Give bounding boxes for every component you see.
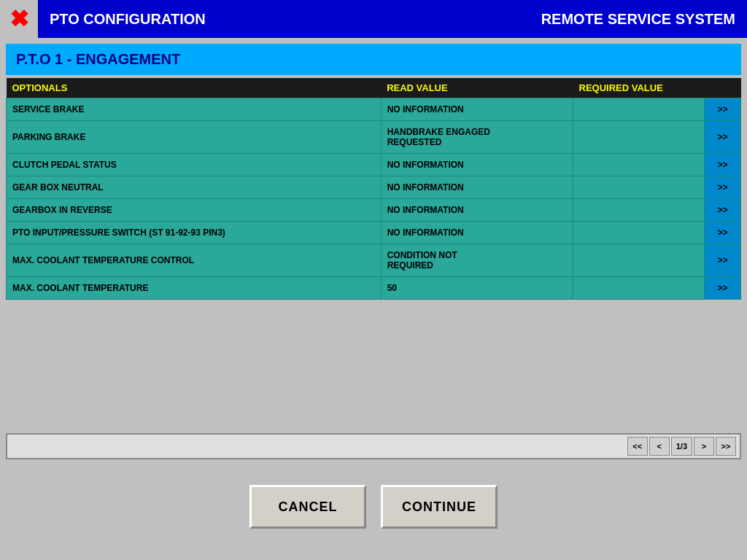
cell-read-value: NO INFORMATION [381, 154, 573, 176]
table-row: PARKING BRAKEHANDBRAKE ENGAGEDREQUESTED>… [7, 121, 741, 154]
cell-required-value [573, 98, 705, 121]
cell-required-value [573, 176, 705, 199]
close-button[interactable]: ✖ [0, 0, 38, 38]
cell-optionals: PTO INPUT/PRESSURE SWITCH (ST 91-92-93 P… [7, 222, 382, 244]
close-icon: ✖ [9, 7, 29, 31]
cell-action-button[interactable]: >> [705, 176, 741, 199]
cell-action-button[interactable]: >> [705, 121, 741, 154]
cell-read-value: HANDBRAKE ENGAGEDREQUESTED [381, 121, 573, 154]
cell-action-button[interactable]: >> [705, 154, 741, 176]
next-page-button[interactable]: > [694, 437, 714, 456]
remote-system-label: REMOTE SERVICE SYSTEM [541, 11, 747, 28]
page-title: PTO CONFIGURATION [38, 11, 541, 28]
section-title: P.T.O 1 - ENGAGEMENT [6, 44, 741, 75]
cell-required-value [573, 121, 705, 154]
cell-read-value: 50 [381, 277, 573, 300]
data-table-container: OPTIONALS READ VALUE REQUIRED VALUE SERV… [6, 78, 741, 427]
cell-read-value: NO INFORMATION [381, 98, 573, 121]
cell-optionals: CLUTCH PEDAL STATUS [7, 154, 382, 176]
cell-required-value [573, 199, 705, 222]
page-info: 1/3 [671, 437, 692, 456]
table-row: CLUTCH PEDAL STATUSNO INFORMATION>> [7, 154, 741, 176]
cell-required-value [573, 244, 705, 277]
cell-required-value [573, 154, 705, 176]
total-pages: 3 [683, 442, 687, 451]
cell-required-value [573, 222, 705, 244]
cell-optionals: SERVICE BRAKE [7, 98, 382, 121]
cell-optionals: GEARBOX IN REVERSE [7, 199, 382, 222]
col-header-required-value: REQUIRED VALUE [573, 78, 705, 98]
col-header-action [705, 78, 741, 98]
col-header-read-value: READ VALUE [381, 78, 573, 98]
cell-action-button[interactable]: >> [705, 244, 741, 277]
bottom-actions: CANCEL CONTINUE [6, 459, 741, 554]
header: ✖ PTO CONFIGURATION REMOTE SERVICE SYSTE… [0, 0, 747, 38]
cell-optionals: MAX. COOLANT TEMPERATURE [7, 277, 382, 300]
cell-read-value: CONDITION NOTREQUIRED [381, 244, 573, 277]
main-content: P.T.O 1 - ENGAGEMENT OPTIONALS READ VALU… [0, 38, 747, 560]
table-row: SERVICE BRAKENO INFORMATION>> [7, 98, 741, 121]
cancel-button[interactable]: CANCEL [249, 485, 366, 529]
pagination-bar: << < 1/3 > >> [6, 433, 741, 459]
table-row: PTO INPUT/PRESSURE SWITCH (ST 91-92-93 P… [7, 222, 741, 244]
config-table: OPTIONALS READ VALUE REQUIRED VALUE SERV… [6, 78, 741, 300]
cell-optionals: GEAR BOX NEUTRAL [7, 176, 382, 199]
cell-read-value: NO INFORMATION [381, 222, 573, 244]
cell-optionals: MAX. COOLANT TEMPERATURE CONTROL [7, 244, 382, 277]
cell-action-button[interactable]: >> [705, 98, 741, 121]
cell-action-button[interactable]: >> [705, 277, 741, 300]
first-page-button[interactable]: << [627, 437, 648, 456]
last-page-button[interactable]: >> [716, 437, 736, 456]
table-row: GEARBOX IN REVERSENO INFORMATION>> [7, 199, 741, 222]
table-row: GEAR BOX NEUTRALNO INFORMATION>> [7, 176, 741, 199]
continue-button[interactable]: CONTINUE [381, 485, 498, 529]
prev-page-button[interactable]: < [649, 437, 670, 456]
table-row: MAX. COOLANT TEMPERATURE50>> [7, 277, 741, 300]
col-header-optionals: OPTIONALS [7, 78, 382, 98]
cell-required-value [573, 277, 705, 300]
cell-optionals: PARKING BRAKE [7, 121, 382, 154]
table-row: MAX. COOLANT TEMPERATURE CONTROLCONDITIO… [7, 244, 741, 277]
cell-read-value: NO INFORMATION [381, 199, 573, 222]
cell-action-button[interactable]: >> [705, 199, 741, 222]
cell-action-button[interactable]: >> [705, 222, 741, 244]
cell-read-value: NO INFORMATION [381, 176, 573, 199]
